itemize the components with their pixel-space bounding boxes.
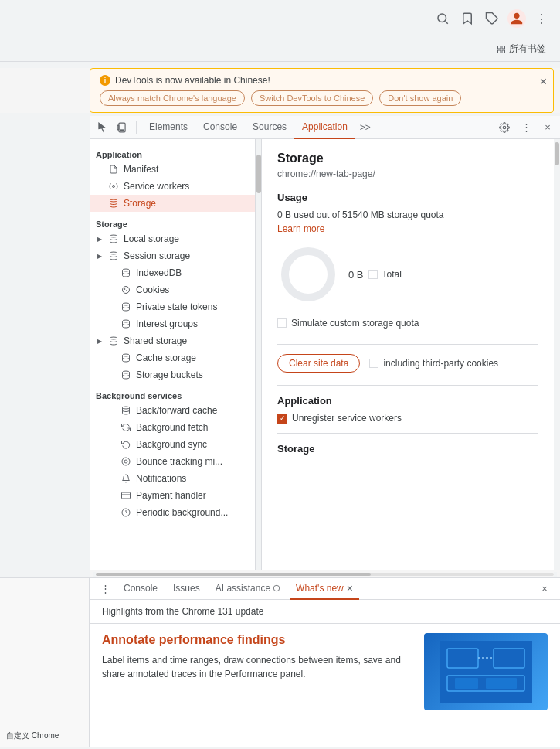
device-toggle-icon[interactable] (113, 118, 131, 137)
sidebar-item-storage-buckets[interactable]: Storage buckets (90, 366, 255, 383)
sidebar-scrollbar-track[interactable] (256, 139, 262, 570)
bottom-close-panel-icon[interactable]: × (535, 580, 554, 598)
close-devtools-icon[interactable]: × (538, 118, 557, 137)
total-checkbox[interactable] (368, 270, 378, 279)
always-match-button[interactable]: Always match Chrome's language (100, 90, 245, 106)
shared-storage-chevron: ▶ (96, 337, 104, 345)
svg-point-19 (123, 303, 130, 305)
sidebar-item-periodic-background[interactable]: Periodic background... (90, 504, 255, 521)
tab-sources[interactable]: Sources (245, 116, 294, 139)
payment-handler-label: Payment handler (136, 490, 206, 501)
private-state-tokens-label: Private state tokens (136, 301, 217, 312)
devtools-toolbar: Elements Console Sources Application >> … (90, 116, 560, 139)
sidebar-item-indexeddb[interactable]: IndexedDB (90, 264, 255, 281)
svg-point-10 (503, 126, 506, 129)
switch-devtools-button[interactable]: Switch DevTools to Chinese (251, 90, 373, 106)
clear-site-data-button[interactable]: Clear site data (277, 354, 360, 373)
settings-icon[interactable] (495, 118, 514, 137)
notifications-icon (120, 473, 131, 484)
main-scrollbar-thumb[interactable] (555, 142, 559, 165)
bottom-tab-ai-assistance[interactable]: AI assistance (209, 578, 287, 600)
local-storage-icon (108, 233, 119, 244)
bounce-tracking-icon (120, 456, 131, 467)
svg-point-26 (124, 460, 127, 463)
private-tokens-icon (120, 301, 131, 312)
simulate-row: Simulate custom storage quota (277, 318, 538, 329)
sidebar-item-local-storage[interactable]: ▶ Local storage (90, 230, 255, 247)
extensions-icon[interactable] (483, 9, 501, 28)
tab-application[interactable]: Application (294, 116, 355, 139)
sidebar-item-service-workers[interactable]: Service workers (90, 178, 255, 195)
svg-point-11 (113, 186, 115, 188)
bottom-tab-whats-new[interactable]: What's new × (290, 578, 359, 600)
periodic-background-icon (120, 507, 131, 518)
bookmarks-bar: 所有书签 (0, 37, 560, 62)
sidebar-section-storage: Storage (90, 215, 255, 230)
main-scrollbar-track[interactable] (554, 139, 560, 570)
background-sync-icon (120, 439, 131, 450)
tab-elements[interactable]: Elements (141, 116, 195, 139)
sidebar-item-back-forward-cache[interactable]: Back/forward cache (90, 402, 255, 419)
donut-chart (277, 243, 339, 305)
sidebar-item-private-state-tokens[interactable]: Private state tokens (90, 298, 255, 315)
notification-close-button[interactable]: × (540, 75, 547, 89)
manifest-icon (108, 164, 119, 175)
sidebar-item-cache-storage[interactable]: Cache storage (90, 349, 255, 366)
scroll-right-area (554, 572, 557, 577)
svg-rect-9 (117, 125, 119, 130)
divider-2 (277, 385, 538, 386)
svg-point-15 (123, 269, 130, 271)
back-forward-cache-label: Back/forward cache (136, 405, 217, 416)
bottom-tab-issues[interactable]: Issues (167, 578, 206, 600)
sidebar-item-manifest[interactable]: Manifest (90, 161, 255, 178)
sidebar-item-background-sync[interactable]: Background sync (90, 436, 255, 453)
info-icon: i (100, 75, 110, 86)
interest-groups-icon (120, 318, 131, 329)
scroll-thumb[interactable] (96, 573, 371, 576)
sidebar-item-notifications[interactable]: Notifications (90, 470, 255, 487)
bookmark-icon[interactable] (458, 9, 477, 28)
all-bookmarks[interactable]: 所有书签 (492, 41, 551, 57)
sidebar-item-storage[interactable]: Storage (90, 195, 255, 212)
cursor-tool-icon[interactable] (93, 118, 111, 137)
horizontal-scrollbar[interactable] (90, 570, 560, 577)
svg-point-12 (110, 199, 117, 202)
tab-console[interactable]: Console (195, 116, 245, 139)
sidebar-item-bounce-tracking[interactable]: Bounce tracking mi... (90, 453, 255, 470)
svg-point-23 (123, 371, 130, 373)
sidebar-item-interest-groups[interactable]: Interest groups (90, 315, 255, 332)
indexeddb-icon (120, 267, 131, 278)
bottom-panel: ⋮ Console Issues AI assistance What's ne… (90, 577, 560, 747)
bottom-menu-icon[interactable]: ⋮ (96, 580, 114, 598)
svg-point-20 (123, 320, 130, 322)
local-storage-label: Local storage (124, 233, 179, 244)
bottom-tab-console[interactable]: Console (117, 578, 164, 600)
unregister-checkbox[interactable]: ✓ (277, 414, 287, 424)
more-options-icon[interactable]: ⋮ (517, 118, 535, 137)
sidebar-scrollbar-thumb[interactable] (256, 155, 261, 193)
svg-point-30 (285, 251, 331, 298)
whats-new-body: Annotate performance findings Label item… (90, 624, 560, 747)
simulate-checkbox[interactable] (277, 318, 287, 328)
sidebar-item-cookies[interactable]: Cookies (90, 281, 255, 298)
chrome-menu-icon[interactable]: ⋮ (532, 9, 551, 28)
storage-label: Storage (124, 198, 156, 209)
sidebar-item-shared-storage[interactable]: ▶ Shared storage (90, 332, 255, 349)
page-title: Storage (277, 152, 538, 165)
more-tabs-button[interactable]: >> (355, 116, 375, 139)
usage-section-title: Usage (277, 192, 538, 203)
whats-new-tab-close[interactable]: × (347, 582, 353, 594)
sidebar-item-session-storage[interactable]: ▶ Session storage (90, 247, 255, 264)
scroll-track[interactable] (96, 573, 554, 576)
payment-handler-icon (120, 490, 131, 501)
svg-rect-32 (440, 641, 532, 703)
sidebar-item-background-fetch[interactable]: Background fetch (90, 419, 255, 436)
dont-show-again-button[interactable]: Don't show again (379, 90, 461, 106)
search-icon[interactable] (433, 9, 452, 28)
shared-storage-label: Shared storage (124, 335, 187, 346)
profile-icon[interactable] (507, 9, 526, 28)
service-workers-icon (108, 181, 119, 192)
learn-more-link[interactable]: Learn more (277, 223, 324, 234)
sidebar-item-payment-handler[interactable]: Payment handler (90, 487, 255, 504)
third-party-checkbox[interactable] (369, 359, 378, 368)
